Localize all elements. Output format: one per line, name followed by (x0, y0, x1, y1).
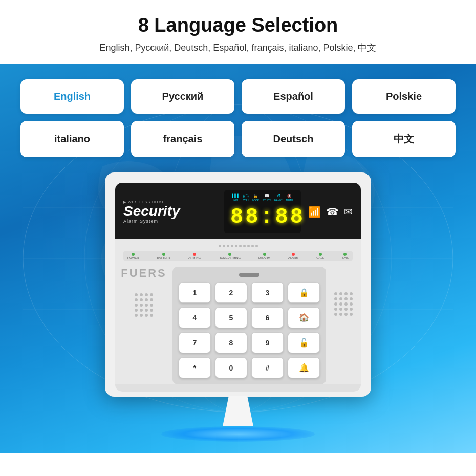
study-icon: 📖STUDY (263, 194, 271, 202)
lang-btn-italian[interactable]: italiano (20, 121, 124, 157)
right-speaker-grill (334, 267, 353, 316)
antenna-signal-icon: 📶 (308, 206, 321, 218)
key-3[interactable]: 3 (251, 282, 284, 303)
languages-subtitle: English, Русский, Deutsch, Español, fran… (10, 41, 466, 54)
alarm-panel: ▶ WIRELESS HOME Security Alarm System ▌▌… (105, 172, 371, 397)
keypad-grid: 1 2 3 🔒 4 5 6 🏠 7 8 9 (179, 282, 320, 378)
device-stand (223, 396, 253, 426)
power-status: POWER (127, 253, 139, 259)
key-4[interactable]: 4 (179, 307, 211, 328)
lang-btn-polish[interactable]: Polskie (352, 79, 456, 114)
signal-icon: ▌▌▌SIM (232, 194, 240, 202)
display-time: 88:88 (230, 205, 295, 229)
blue-section: English Русский Español Polskie italiano… (0, 64, 476, 453)
lang-btn-french[interactable]: français (131, 121, 234, 157)
key-sos[interactable]: 🔔 (288, 357, 320, 378)
right-status-icons: 📶 ☎ ✉ (301, 206, 353, 218)
panel-middle: POWER BATTERY ARMING HOME ARMING DISARM … (115, 239, 361, 384)
key-hash[interactable]: # (251, 357, 284, 378)
panel-top: ▶ WIRELESS HOME Security Alarm System ▌▌… (115, 183, 361, 239)
brand-security-text: Security (123, 204, 224, 219)
device-area: ▶ WIRELESS HOME Security Alarm System ▌▌… (0, 172, 476, 442)
key-home[interactable]: 🏠 (288, 307, 320, 328)
panel-bottom (115, 384, 361, 392)
home-arming-status: HOME ARMING (219, 253, 241, 259)
key-8[interactable]: 8 (215, 332, 247, 353)
wifi-icon: ((·))WIFI (243, 194, 249, 202)
phone-icon: ☎ (326, 206, 339, 218)
lock-icon: 🔒LOCK (252, 194, 259, 202)
key-lock[interactable]: 🔒 (288, 282, 320, 303)
key-7[interactable]: 7 (179, 332, 211, 353)
brand-area: ▶ WIRELESS HOME Security Alarm System (123, 200, 224, 224)
arming-status: ARMING (188, 253, 201, 259)
lang-btn-english[interactable]: English (20, 79, 124, 114)
top-section: 8 Language Selection English, Русский, D… (0, 0, 476, 64)
call-status: CALL (316, 253, 324, 259)
lang-btn-chinese[interactable]: 中文 (352, 121, 456, 157)
key-9[interactable]: 9 (251, 332, 284, 353)
sms-status: SMS (342, 253, 349, 259)
key-star[interactable]: * (179, 357, 211, 378)
device-glow (161, 426, 315, 442)
language-grid: English Русский Español Polskie italiano… (0, 64, 476, 167)
status-indicator-bar: POWER BATTERY ARMING HOME ARMING DISARM … (123, 251, 353, 261)
key-5[interactable]: 5 (215, 307, 247, 328)
lang-btn-russian[interactable]: Русский (131, 79, 234, 114)
keypad-section: FUERS (123, 265, 353, 384)
key-0[interactable]: 0 (215, 357, 247, 378)
key-unlock[interactable]: 🔓 (288, 332, 320, 353)
brand-fuers-label: FUERS (121, 267, 167, 280)
battery-status: BATTERY (157, 253, 170, 259)
keypad-area: 1 2 3 🔒 4 5 6 🏠 7 8 9 (172, 267, 326, 384)
key-1[interactable]: 1 (179, 282, 211, 303)
sim-slot (239, 273, 259, 277)
left-speaker-grill (135, 283, 153, 317)
top-speaker-grill (219, 245, 258, 247)
left-panel-area: FUERS (123, 267, 164, 317)
key-6[interactable]: 6 (251, 307, 284, 328)
sms-icon: ✉ (344, 206, 353, 218)
page-title: 8 Language Selection (10, 14, 466, 36)
lang-btn-german[interactable]: Deutsch (242, 121, 345, 157)
disarm-status: DISARM (258, 253, 270, 259)
alarm-status: ALARM (288, 253, 299, 259)
key-2[interactable]: 2 (215, 282, 247, 303)
lang-btn-spanish[interactable]: Español (242, 79, 345, 114)
display-icons-top: ▌▌▌SIM ((·))WIFI 🔒LOCK 📖STUDY ⏱DELAY 🔇MU… (230, 194, 295, 202)
delay-icon: ⏱DELAY (274, 194, 283, 202)
lcd-display: ▌▌▌SIM ((·))WIFI 🔒LOCK 📖STUDY ⏱DELAY 🔇MU… (224, 190, 301, 233)
brand-alarm-text: Alarm System (123, 219, 224, 224)
mute-icon: 🔇MUTE (286, 194, 293, 202)
